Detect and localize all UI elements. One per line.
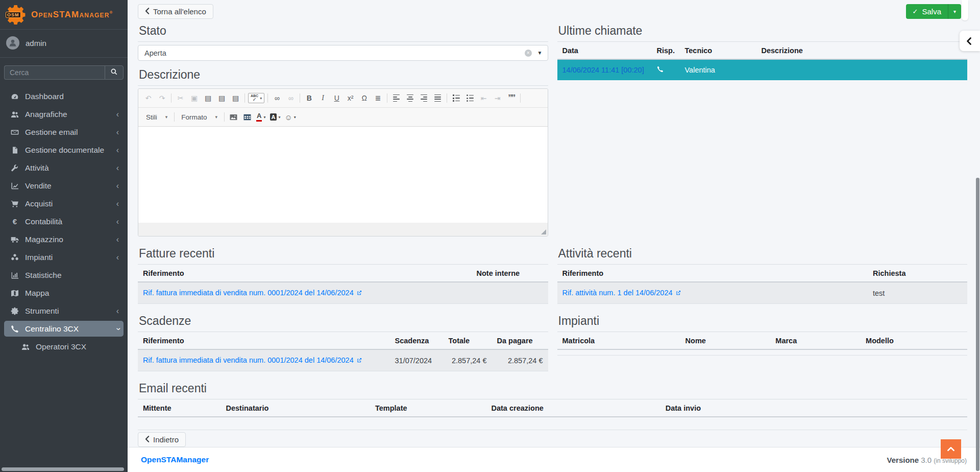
fattura-link[interactable]: Rif. fattura immediata di vendita num. 0… — [143, 289, 354, 297]
superscript-icon[interactable]: x² — [344, 92, 357, 104]
fattura-note-interne — [472, 282, 548, 304]
cut-icon[interactable]: ✂ — [174, 92, 187, 104]
numbered-list-icon[interactable] — [449, 92, 463, 104]
phone-answered-icon — [657, 66, 664, 74]
sidebar-item-label: Gestione documentale — [25, 146, 104, 155]
save-button[interactable]: ✓ Salva — [906, 4, 948, 19]
redo-icon[interactable]: ↷ — [155, 92, 169, 104]
call-tecnico: Valentina — [680, 59, 756, 80]
column-header: Mittente — [138, 399, 221, 417]
insert-table-icon[interactable] — [240, 111, 254, 123]
align-center-icon[interactable] — [403, 92, 417, 104]
paste-from-word-icon[interactable]: ▤ — [229, 92, 242, 104]
sidebar-item-magazzino[interactable]: Magazzino ‹ — [4, 231, 124, 247]
sidebar-item-operatori-3cx[interactable]: Operatori 3CX — [4, 339, 124, 355]
side-panel-toggle[interactable] — [960, 31, 980, 51]
increase-indent-icon[interactable]: ⇥ — [491, 92, 504, 104]
app-logo[interactable]: OSM OpenSTAManager® — [0, 0, 128, 30]
smiley-button[interactable]: ☺ ▾ — [282, 111, 298, 123]
footer-brand-link[interactable]: OpenSTAManager — [141, 455, 209, 464]
sidebar-item-gestione-documentale[interactable]: Gestione documentale ‹ — [4, 142, 124, 158]
back-button[interactable]: Indietro — [138, 432, 186, 447]
attivita-heading: Attività recenti — [557, 247, 968, 265]
attivita-row[interactable]: Rif. attività num. 1 del 14/06/2024 test — [557, 282, 968, 304]
insert-image-icon[interactable] — [227, 111, 240, 123]
call-row[interactable]: 14/06/2024 11:41 [00:20] Valentina — [557, 59, 968, 80]
editor-content-area[interactable] — [138, 127, 548, 223]
paste-icon[interactable]: ▤ — [201, 92, 215, 104]
search-input[interactable] — [4, 65, 105, 80]
text-color-icon: A — [256, 112, 262, 121]
user-panel[interactable]: admin — [0, 30, 128, 58]
sidebar-item-label: Dashboard — [25, 92, 64, 101]
scadenza-row[interactable]: Rif. fattura immediata di vendita num. 0… — [138, 349, 548, 371]
sidebar-item-impianti[interactable]: Impianti ‹ — [4, 249, 124, 265]
users-icon — [19, 343, 32, 351]
editor-resize-handle[interactable] — [541, 229, 546, 234]
sidebar-item-attivita[interactable]: Attività ‹ — [4, 160, 124, 176]
sidebar-item-dashboard[interactable]: Dashboard — [4, 88, 124, 104]
background-color-button[interactable]: A ▾ — [268, 111, 283, 123]
back-to-list-button[interactable]: Torna all'elenco — [138, 4, 213, 19]
chevron-left-icon: ‹ — [116, 128, 119, 136]
chevron-left-icon: ‹ — [116, 200, 119, 208]
save-dropdown-toggle[interactable]: ▾ — [948, 4, 961, 19]
chart-line-icon — [9, 182, 21, 190]
sidebar-item-strumenti[interactable]: Strumenti ‹ — [4, 303, 124, 319]
page-vertical-scrollbar[interactable] — [976, 178, 979, 471]
copy-icon[interactable]: ▣ — [187, 92, 201, 104]
align-right-icon[interactable] — [417, 92, 431, 104]
external-link-icon — [356, 357, 362, 365]
sidebar-item-mappa[interactable]: Mappa — [4, 285, 124, 301]
scadenza-da-pagare: 2.857,24 € — [492, 349, 548, 371]
text-color-button[interactable]: A ▾ — [254, 111, 267, 123]
styles-combo[interactable]: Stili▾ — [141, 111, 172, 123]
call-date-link[interactable]: 14/06/2024 11:41 [00:20] — [562, 66, 644, 74]
cart-icon — [9, 200, 21, 208]
sidebar-item-acquisti[interactable]: Acquisti ‹ — [4, 196, 124, 211]
chevron-left-icon: ‹ — [116, 110, 119, 119]
avatar — [6, 36, 19, 50]
stato-select[interactable]: Aperta × ▼ — [138, 45, 548, 61]
search-button[interactable] — [105, 65, 124, 80]
bullet-list-icon[interactable] — [463, 92, 477, 104]
scadenza-link[interactable]: Rif. fattura immediata di vendita num. 0… — [143, 356, 354, 364]
sidebar-item-statistiche[interactable]: Statistiche — [4, 267, 124, 283]
spell-check-button[interactable]: ABC✓ ▾ — [248, 93, 264, 103]
align-left-icon[interactable] — [389, 92, 403, 104]
editor-toolbar-row-2: Stili▾ Formato▾ — [138, 108, 548, 127]
email-heading: Email recenti — [138, 382, 967, 399]
paste-as-text-icon[interactable]: ▤ — [215, 92, 229, 104]
format-combo[interactable]: Formato▾ — [177, 111, 222, 123]
sidebar-item-contabilita[interactable]: € Contabilità ‹ — [4, 214, 124, 229]
sidebar-item-gestione-email[interactable]: Gestione email ‹ — [4, 124, 124, 140]
justify-icon[interactable] — [431, 92, 445, 104]
clear-selection-icon[interactable]: × — [525, 50, 532, 57]
sidebar-item-label: Attività — [25, 163, 49, 173]
decrease-indent-icon[interactable]: ⇤ — [477, 92, 491, 104]
sidebar-item-vendite[interactable]: Vendite ‹ — [4, 178, 124, 194]
attivita-link[interactable]: Rif. attività num. 1 del 14/06/2024 — [562, 289, 673, 297]
column-header: Riferimento — [557, 265, 868, 282]
sidebar-item-anagrafiche[interactable]: Anagrafiche ‹ — [4, 106, 124, 122]
editor-status-bar — [138, 223, 548, 236]
sidebar-horizontal-scrollbar[interactable] — [2, 467, 124, 471]
scroll-to-top-button[interactable] — [941, 439, 961, 459]
bold-icon[interactable]: B — [302, 92, 316, 104]
blockquote-icon[interactable]: ”” — [504, 92, 518, 104]
italic-icon[interactable]: I — [316, 92, 330, 104]
cubes-icon — [9, 253, 21, 262]
special-character-icon[interactable]: Ω — [357, 92, 371, 104]
chevron-left-icon: ‹ — [116, 235, 119, 244]
undo-icon[interactable]: ↶ — [141, 92, 155, 104]
column-header: Da pagare — [492, 332, 548, 349]
underline-icon[interactable]: U — [330, 92, 344, 104]
fattura-row[interactable]: Rif. fattura immediata di vendita num. 0… — [138, 282, 548, 304]
unlink-icon[interactable]: ∞ — [284, 92, 298, 104]
link-icon[interactable]: ∞ — [270, 92, 284, 104]
sidebar-item-centralino-3cx[interactable]: Centralino 3CX ‹ — [4, 321, 124, 337]
horizontal-rule-icon[interactable]: ≣ — [371, 92, 385, 104]
chevron-left-icon: ‹ — [116, 218, 119, 226]
save-split-button: ✓ Salva ▾ — [906, 4, 961, 19]
sidebar-item-label: Centralino 3CX — [25, 324, 79, 334]
